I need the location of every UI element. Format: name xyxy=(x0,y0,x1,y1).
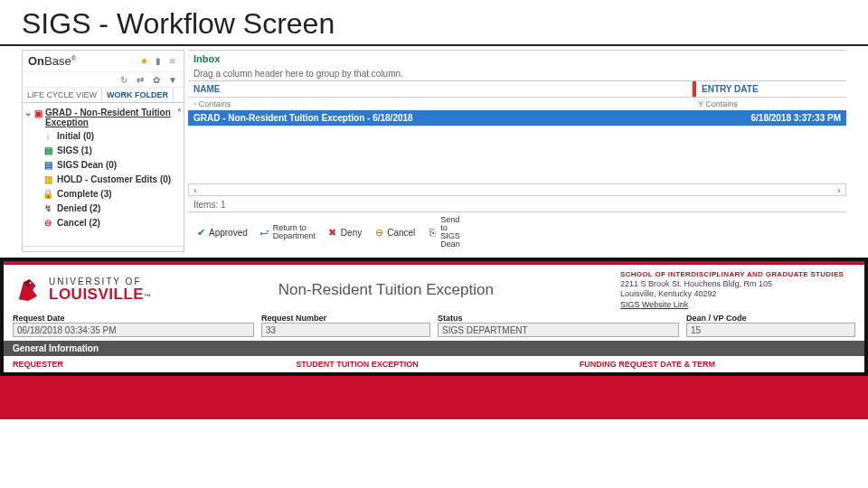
tab-lifecycle[interactable]: LIFE CYCLE VIEW xyxy=(23,88,102,102)
row-name: GRAD - Non-Resident Tuition Exception - … xyxy=(188,110,693,126)
tree-item-sigs[interactable]: ▤SIGS (1) xyxy=(42,143,182,157)
tree-label: Initial (0) xyxy=(57,131,94,141)
tree-root[interactable]: ⌄ ▣ GRAD - Non-Resident Tuition Exceptio… xyxy=(24,107,182,128)
svg-point-0 xyxy=(30,282,32,284)
scroll-right-icon[interactable]: › xyxy=(833,185,845,195)
return-icon: ⮐ xyxy=(259,226,271,239)
department-block: SCHOOL OF INTERDISCIPLINARY AND GRADUATE… xyxy=(620,270,855,310)
gear-icon[interactable]: ✿ xyxy=(151,74,162,85)
col-funding-request: FUNDING REQUEST DATE & TERM xyxy=(580,360,855,369)
tree-item-denied[interactable]: ↯Denied (2) xyxy=(42,201,182,215)
dept-addr1: 2211 S Brook St. Houchens Bldg, Rm 105 xyxy=(620,279,855,289)
star-icon[interactable]: ★ xyxy=(138,56,149,67)
action-send-dean[interactable]: ⎘SendtoSIGSDean xyxy=(423,215,463,249)
brand-logo: OnBase® xyxy=(28,54,76,68)
field-request-number: Request Number 33 xyxy=(261,314,430,337)
sidebar-toolbar: ↻ ⇄ ✿ ▼ xyxy=(23,72,184,88)
action-label: Cancel xyxy=(387,228,415,238)
field-label: Status xyxy=(438,314,679,323)
action-approved[interactable]: ✔Approved xyxy=(192,225,250,239)
filter-icon[interactable]: ▼ xyxy=(167,74,178,85)
filter-row: ◦ Contains Y Contains xyxy=(188,98,846,110)
col-student-exception: STUDENT TUITION EXCEPTION xyxy=(296,360,571,369)
dept-addr2: Louisville, Kentucky 40292 xyxy=(620,289,855,299)
col-requester: REQUESTER xyxy=(13,360,288,369)
tab-workfolder[interactable]: WORK FOLDER xyxy=(102,88,174,102)
inbox-heading: Inbox xyxy=(188,51,846,67)
minus-icon: ⊖ xyxy=(373,226,385,239)
slide-bottom-band xyxy=(0,372,868,419)
tree-item-initial[interactable]: ↓Initial (0) xyxy=(42,128,182,143)
tree-label: Cancel (2) xyxy=(57,218,100,228)
flag-icon[interactable]: ▮ xyxy=(153,56,164,67)
tree-label: SIGS (1) xyxy=(57,145,92,155)
field-value[interactable]: SIGS DEPARTMENT xyxy=(438,323,679,337)
sidebar: OnBase® ★ ▮ ≡ ↻ ⇄ ✿ ▼ LIFE CYCLE VIEW WO… xyxy=(22,50,184,252)
tree-item-cancel[interactable]: ⊖Cancel (2) xyxy=(42,215,182,230)
grid-body xyxy=(188,126,846,182)
table-row-selected[interactable]: GRAD - Non-Resident Tuition Exception - … xyxy=(188,110,846,126)
send-icon: ⎘ xyxy=(426,226,439,239)
field-row: Request Date 06/18/2018 03:34:35 PM Requ… xyxy=(4,314,864,341)
subsection-headers: REQUESTER STUDENT TUITION EXCEPTION FUND… xyxy=(4,356,864,372)
form-preview: UNIVERSITY OF LOUISVILLE™ Non-Resident T… xyxy=(0,258,868,372)
x-icon: ✖ xyxy=(326,226,339,239)
group-hint: Drag a column header here to group by th… xyxy=(188,67,846,80)
brand-bar: OnBase® ★ ▮ ≡ xyxy=(23,51,184,72)
list-icon[interactable]: ≡ xyxy=(167,56,178,67)
action-deny[interactable]: ✖Deny xyxy=(324,225,364,239)
tree-root-label: GRAD - Non-Resident Tuition Exception xyxy=(45,108,175,127)
form-header: UNIVERSITY OF LOUISVILLE™ Non-Resident T… xyxy=(4,265,864,314)
dept-name: SCHOOL OF INTERDISCIPLINARY AND GRADUATE… xyxy=(620,270,855,279)
check-icon: ✔ xyxy=(194,226,207,239)
action-label: Dean xyxy=(440,240,460,249)
action-cancel[interactable]: ⊖Cancel xyxy=(370,225,418,239)
column-header-row: NAME ENTRY DATE xyxy=(188,80,846,98)
field-label: Request Number xyxy=(261,314,430,323)
refresh-icon[interactable]: ↻ xyxy=(118,74,129,85)
tree-item-complete[interactable]: 🔒Complete (3) xyxy=(42,186,182,201)
chevron-down-icon[interactable]: ⌄ xyxy=(24,108,32,117)
filter-name[interactable]: ◦ Contains xyxy=(188,98,693,110)
action-bar: ✔Approved ⮐Return toDepartment ✖Deny ⊖Ca… xyxy=(188,211,846,252)
field-label: Request Date xyxy=(13,314,254,323)
action-label: Approved xyxy=(209,228,248,238)
deny-icon: ↯ xyxy=(42,202,53,213)
sync-icon[interactable]: ⇄ xyxy=(135,74,146,85)
action-label: Deny xyxy=(341,228,362,238)
main-panel: Inbox Drag a column header here to group… xyxy=(188,50,846,252)
field-dean-code: Dean / VP Code 15 xyxy=(686,314,855,337)
cancel-icon: ⊖ xyxy=(42,217,53,228)
cardinal-icon xyxy=(13,275,43,305)
form-title: Non-Resident Tuition Exception xyxy=(161,281,611,299)
sidebar-footer xyxy=(23,246,184,251)
scroll-up-icon[interactable]: ˄ xyxy=(177,108,182,117)
tree-item-sigs-dean[interactable]: ▤SIGS Dean (0) xyxy=(42,157,182,172)
workflow-tree: ⌄ ▣ GRAD - Non-Resident Tuition Exceptio… xyxy=(23,103,184,246)
tree-label: Denied (2) xyxy=(57,203,100,213)
tree-label: Complete (3) xyxy=(57,189,112,199)
dept-website-link[interactable]: SIGS Website Link xyxy=(620,300,855,310)
field-value[interactable]: 06/18/2018 03:34:35 PM xyxy=(13,323,254,337)
app-container: OnBase® ★ ▮ ≡ ↻ ⇄ ✿ ▼ LIFE CYCLE VIEW WO… xyxy=(0,46,868,252)
sidebar-tabs: LIFE CYCLE VIEW WORK FOLDER xyxy=(23,88,184,103)
folder-icon: ▣ xyxy=(34,108,42,118)
tree-label: HOLD - Customer Edits (0) xyxy=(57,174,171,184)
scroll-left-icon[interactable]: ‹ xyxy=(189,185,202,195)
col-entry-date[interactable]: ENTRY DATE xyxy=(693,81,846,97)
col-name[interactable]: NAME xyxy=(188,81,693,97)
document-icon: ▤ xyxy=(42,159,53,170)
university-logo: UNIVERSITY OF LOUISVILLE™ xyxy=(13,275,152,305)
field-value[interactable]: 33 xyxy=(261,323,430,337)
field-value[interactable]: 15 xyxy=(686,323,855,337)
horizontal-scrollbar[interactable]: ‹ › xyxy=(188,183,846,196)
section-general-info: General Information xyxy=(4,341,864,356)
action-label: Department xyxy=(273,232,316,240)
pause-icon: ▥ xyxy=(42,174,53,184)
document-icon: ▤ xyxy=(42,145,53,155)
tree-item-hold[interactable]: ▥HOLD - Customer Edits (0) xyxy=(42,172,182,186)
filter-date[interactable]: Y Contains xyxy=(693,98,846,110)
field-request-date: Request Date 06/18/2018 03:34:35 PM xyxy=(13,314,254,337)
lock-icon: 🔒 xyxy=(42,188,53,199)
action-return[interactable]: ⮐Return toDepartment xyxy=(256,223,318,241)
